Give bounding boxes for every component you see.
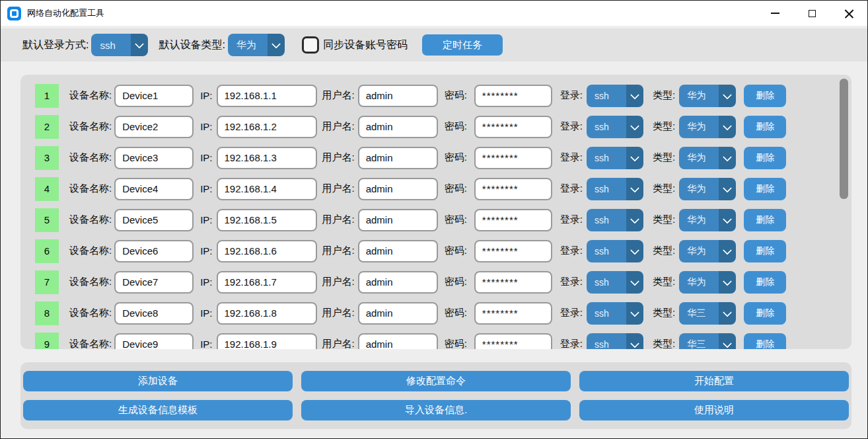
login-method-select[interactable]: ssh [587, 147, 643, 169]
chevron-down-icon [719, 209, 736, 231]
delete-button[interactable]: 删除 [744, 85, 786, 107]
delete-button[interactable]: 删除 [744, 147, 786, 169]
device-name-input[interactable] [114, 240, 194, 262]
username-input[interactable] [358, 85, 438, 107]
ip-input[interactable] [217, 333, 317, 350]
delete-button[interactable]: 删除 [744, 209, 786, 231]
login-method-select[interactable]: ssh [587, 271, 643, 294]
device-type-select[interactable]: 华为 [679, 85, 736, 107]
password-input[interactable] [474, 85, 552, 107]
device-name-input[interactable] [114, 178, 194, 200]
usage-instructions-button[interactable]: 使用说明 [579, 400, 849, 420]
ip-input[interactable] [217, 271, 317, 294]
password-input[interactable] [474, 271, 552, 294]
password-input[interactable] [474, 302, 552, 325]
login-method-select[interactable]: ssh [587, 209, 643, 231]
close-button[interactable] [830, 1, 867, 26]
device-type-select[interactable]: 华为 [679, 116, 736, 138]
ip-input[interactable] [217, 116, 317, 138]
import-device-info-button[interactable]: 导入设备信息. [301, 400, 571, 420]
device-type-select[interactable]: 华为 [679, 178, 736, 200]
generate-device-template-button[interactable]: 生成设备信息模板 [23, 400, 293, 420]
close-icon [844, 9, 854, 19]
delete-button[interactable]: 删除 [744, 240, 786, 262]
window-title: 网络自动化配置工具 [27, 7, 104, 19]
delete-button[interactable]: 删除 [744, 178, 786, 200]
password-input[interactable] [474, 116, 552, 138]
ip-label: IP: [200, 121, 212, 132]
maximize-icon [809, 10, 816, 17]
username-input[interactable] [358, 178, 438, 200]
ip-input[interactable] [217, 302, 317, 325]
username-input[interactable] [358, 147, 438, 169]
device-type-label: 类型: [653, 338, 675, 349]
device-type-select[interactable]: 华三 [679, 333, 736, 350]
device-type-label: 类型: [653, 120, 675, 133]
maximize-button[interactable] [793, 1, 830, 26]
device-type-value: 华为 [679, 209, 719, 231]
device-type-select[interactable]: 华为 [679, 147, 736, 169]
chevron-down-icon [626, 178, 643, 200]
device-name-input[interactable] [114, 333, 194, 350]
username-input[interactable] [358, 116, 438, 138]
username-input[interactable] [358, 271, 438, 294]
username-label: 用户名: [322, 245, 355, 257]
username-input[interactable] [358, 209, 438, 231]
device-name-input[interactable] [114, 302, 194, 325]
password-input[interactable] [474, 147, 552, 169]
chevron-down-icon [719, 85, 736, 107]
scrollbar-thumb[interactable] [840, 79, 848, 199]
device-name-input[interactable] [114, 209, 194, 231]
ip-input[interactable] [217, 209, 317, 231]
default-type-select[interactable]: 华为 [228, 34, 285, 56]
chevron-down-icon [626, 240, 643, 262]
password-input[interactable] [474, 178, 552, 200]
username-input[interactable] [358, 333, 438, 350]
device-type-select[interactable]: 华为 [679, 209, 736, 231]
device-name-label: 设备名称: [69, 89, 112, 102]
password-input[interactable] [474, 209, 552, 231]
password-input[interactable] [474, 333, 552, 350]
add-device-button[interactable]: 添加设备 [23, 371, 293, 391]
ip-input[interactable] [217, 85, 317, 107]
device-name-input[interactable] [114, 147, 194, 169]
username-label: 用户名: [322, 120, 355, 133]
password-input[interactable] [474, 240, 552, 262]
start-configuration-button[interactable]: 开始配置 [579, 371, 849, 391]
ip-label: IP: [200, 307, 212, 319]
delete-button[interactable]: 删除 [744, 333, 786, 350]
device-name-label: 设备名称: [69, 245, 112, 257]
device-type-select[interactable]: 华为 [679, 240, 736, 262]
ip-input[interactable] [217, 147, 317, 169]
login-method-select[interactable]: ssh [587, 240, 643, 262]
device-type-select[interactable]: 华三 [679, 302, 736, 325]
device-type-select[interactable]: 华为 [679, 271, 736, 294]
row-index-badge: 1 [35, 84, 59, 108]
device-type-label: 类型: [653, 276, 675, 288]
login-method-value: ssh [587, 85, 626, 107]
sync-credentials-checkbox[interactable] [302, 36, 319, 54]
login-method-select[interactable]: ssh [587, 85, 643, 107]
login-method-select[interactable]: ssh [587, 302, 643, 325]
ip-input[interactable] [217, 178, 317, 200]
delete-button[interactable]: 删除 [744, 271, 786, 294]
default-login-select[interactable]: ssh [91, 34, 148, 56]
minimize-button[interactable] [756, 1, 793, 26]
device-name-input[interactable] [114, 85, 194, 107]
delete-button[interactable]: 删除 [744, 116, 786, 138]
scheduled-task-button[interactable]: 定时任务 [422, 34, 503, 56]
login-method-label: 登录: [560, 245, 583, 257]
device-name-input[interactable] [114, 271, 194, 294]
login-method-select[interactable]: ssh [587, 333, 643, 350]
device-name-input[interactable] [114, 116, 194, 138]
username-input[interactable] [358, 240, 438, 262]
default-type-value: 华为 [228, 34, 268, 56]
chevron-down-icon [626, 147, 643, 169]
username-input[interactable] [358, 302, 438, 325]
delete-button[interactable]: 删除 [744, 302, 786, 325]
login-method-select[interactable]: ssh [587, 116, 643, 138]
modify-config-commands-button[interactable]: 修改配置命令 [301, 371, 571, 391]
username-label: 用户名: [322, 151, 355, 164]
login-method-select[interactable]: ssh [587, 178, 643, 200]
ip-input[interactable] [217, 240, 317, 262]
